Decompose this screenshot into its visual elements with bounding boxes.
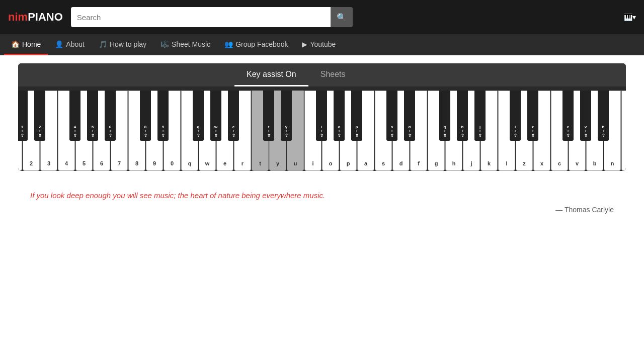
header: nimPIANO 🔍 🎹 ▾: [0, 0, 644, 34]
search-button[interactable]: 🔍: [331, 7, 353, 27]
black-key-z-+-⇧[interactable]: z+⇧: [527, 90, 538, 141]
logo-piano: PIANO: [28, 11, 63, 23]
black-key-y-+-⇧[interactable]: y+⇧: [281, 90, 292, 141]
tab-sheets-label: Sheets: [320, 70, 346, 79]
black-key-c-+-⇧[interactable]: c+⇧: [562, 90, 574, 141]
black-key-8-+-⇧[interactable]: 8+⇧: [140, 90, 151, 141]
piano-section: Key assist On Sheets 1234567890qwertyuio…: [18, 63, 626, 171]
black-key-d-+-⇧[interactable]: d+⇧: [404, 90, 415, 141]
black-key-h-+-⇧[interactable]: h+⇧: [457, 90, 468, 141]
black-key-t-+-⇧[interactable]: t+⇧: [263, 90, 274, 141]
black-key-s-+-⇧[interactable]: s+⇧: [386, 90, 397, 141]
search-wrapper: 🔍: [71, 7, 353, 27]
tab-key-assist-on-label: Key assist On: [247, 70, 296, 79]
nav-item-how-to-play[interactable]: 🎵 How to play: [92, 34, 153, 55]
tab-key-assist-on[interactable]: Key assist On: [234, 63, 308, 86]
logo[interactable]: nimPIANO: [8, 11, 63, 24]
nav-label-group-facebook: Group Facebook: [235, 40, 288, 48]
main-nav: 🏠 Home 👤 About 🎵 How to play 🎼 Sheet Mus…: [0, 34, 644, 55]
nav-item-about[interactable]: 👤 About: [48, 34, 92, 55]
search-input[interactable]: [71, 7, 331, 27]
keyboard: 1234567890qwertyuiopasdfghjklzxcvbnm 1+⇧…: [18, 90, 626, 171]
black-key-e-+-⇧[interactable]: e+⇧: [228, 90, 239, 141]
black-key-6-+-⇧[interactable]: 6+⇧: [105, 90, 116, 141]
nav-item-sheet-music[interactable]: 🎼 Sheet Music: [153, 34, 217, 55]
sheet-music-icon: 🎼: [160, 40, 169, 48]
nav-item-home[interactable]: 🏠 Home: [4, 34, 48, 55]
nav-label-youtube: Youtube: [310, 40, 336, 48]
black-key-g-+-⇧[interactable]: g+⇧: [439, 90, 450, 141]
piano-keyboard-icon: 🎹: [624, 13, 632, 21]
black-key-l-+-⇧[interactable]: l+⇧: [510, 90, 521, 141]
nav-label-home: Home: [22, 40, 41, 48]
nav-label-sheet-music: Sheet Music: [172, 40, 210, 48]
black-key-4-+-⇧[interactable]: 4+⇧: [69, 90, 80, 141]
user-menu[interactable]: 🎹 ▾: [624, 13, 636, 21]
piano-tabs: Key assist On Sheets: [18, 63, 626, 86]
quote-section: If you look deep enough you will see mus…: [30, 191, 614, 214]
black-key-1-+-⇧[interactable]: 1+⇧: [18, 90, 28, 141]
user-menu-chevron: ▾: [632, 13, 636, 21]
nav-item-youtube[interactable]: ▶ Youtube: [295, 34, 343, 55]
keyboard-container: 1234567890qwertyuiopasdfghjklzxcvbnm 1+⇧…: [18, 86, 626, 171]
nav-item-group-facebook[interactable]: 👥 Group Facebook: [217, 34, 295, 55]
black-key-o-+-⇧[interactable]: o+⇧: [334, 90, 345, 141]
white-key-m[interactable]: m: [621, 90, 626, 171]
nav-label-about: About: [66, 40, 85, 48]
black-key-q-+-⇧[interactable]: q+⇧: [193, 90, 204, 141]
quote-text: If you look deep enough you will see mus…: [30, 191, 614, 200]
about-icon: 👤: [55, 40, 63, 48]
black-key-v-+-⇧[interactable]: v+⇧: [580, 90, 591, 141]
tab-sheets[interactable]: Sheets: [308, 63, 358, 86]
black-key-2-+-⇧[interactable]: 2+⇧: [34, 90, 45, 141]
black-key-w-+-⇧[interactable]: w+⇧: [210, 90, 221, 141]
black-key-9-+-⇧[interactable]: 9+⇧: [157, 90, 169, 141]
youtube-icon: ▶: [302, 40, 307, 48]
black-key-i-+-⇧[interactable]: i+⇧: [316, 90, 327, 141]
black-key-b-+-⇧[interactable]: b+⇧: [598, 90, 609, 141]
nav-label-how-to-play: How to play: [110, 40, 146, 48]
logo-nim: nim: [8, 11, 28, 23]
quote-author: — Thomas Carlyle: [30, 206, 614, 214]
black-key-5-+-⇧[interactable]: 5+⇧: [87, 90, 98, 141]
home-icon: 🏠: [11, 40, 20, 48]
black-key-p-+-⇧[interactable]: p+⇧: [351, 90, 362, 141]
how-to-play-icon: 🎵: [99, 40, 107, 48]
group-facebook-icon: 👥: [224, 40, 233, 48]
black-key-j-+-⇧[interactable]: j+⇧: [474, 90, 486, 141]
